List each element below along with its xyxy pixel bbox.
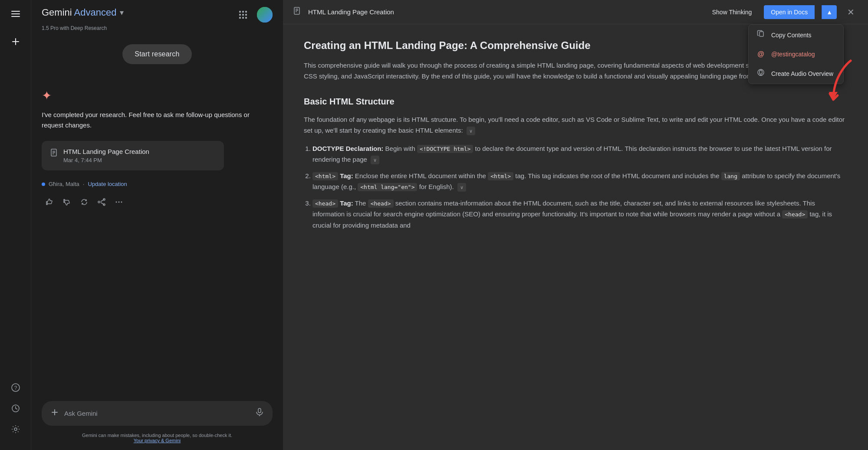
svg-rect-10: [242, 11, 244, 13]
chat-input-placeholder[interactable]: Ask Gemini: [64, 410, 250, 417]
research-card[interactable]: HTML Landing Page Creation Mar 4, 7:44 P…: [42, 141, 224, 170]
left-panel: Gemini Advanced ▾ 1.5 Pro with Deep Rese…: [31, 0, 283, 450]
card-doc-icon: [50, 149, 58, 159]
card-info: HTML Landing Page Creation Mar 4, 7:44 P…: [63, 148, 149, 163]
copy-contents-label: Copy Contents: [771, 32, 812, 39]
refresh-button[interactable]: [76, 194, 92, 210]
svg-rect-17: [245, 17, 247, 19]
thumbs-down-button[interactable]: [59, 194, 75, 210]
create-audio-overview-label: Create Audio Overview: [771, 70, 833, 77]
copy-icon: [756, 30, 766, 40]
list-item-3: <head> Tag: The <head> section contains …: [312, 198, 847, 231]
expand-inline-2[interactable]: ∨: [371, 156, 379, 164]
section1-body: The foundation of any webpage is its HTM…: [304, 114, 847, 136]
svg-point-8: [14, 428, 17, 430]
input-plus-icon[interactable]: [50, 408, 59, 419]
microphone-icon[interactable]: [255, 408, 264, 419]
svg-point-28: [121, 202, 122, 203]
svg-rect-33: [294, 7, 299, 14]
user-avatar[interactable]: [257, 7, 273, 23]
svg-rect-12: [239, 14, 241, 16]
google-apps-icon[interactable]: [236, 8, 250, 22]
chat-input-box[interactable]: Ask Gemini: [42, 401, 273, 426]
model-dropdown-icon[interactable]: ▾: [120, 8, 124, 17]
sidebar: ?: [0, 0, 31, 450]
svg-rect-16: [242, 17, 244, 19]
location-city: Għira, Malta: [49, 181, 79, 187]
location-row: Għira, Malta · Update location: [42, 181, 273, 187]
svg-point-25: [98, 201, 100, 203]
share-button[interactable]: [94, 194, 109, 210]
card-title: HTML Landing Page Creation: [63, 148, 149, 155]
svg-rect-13: [242, 14, 244, 16]
input-area: Ask Gemini: [31, 394, 283, 429]
advanced-label: Advanced: [74, 7, 117, 18]
top-right-icons: [236, 7, 273, 23]
dropdown-menu: Copy Contents @ @testingcatalog Create A…: [748, 24, 844, 84]
content-area: Creating an HTML Landing Page: A Compreh…: [283, 24, 868, 450]
svg-rect-15: [239, 17, 241, 19]
structure-list: DOCTYPE Declaration: Begin with <!DOCTYP…: [304, 143, 847, 231]
card-date: Mar 4, 7:44 PM: [63, 157, 149, 163]
section1-title: Basic HTML Structure: [304, 94, 847, 109]
svg-rect-30: [52, 412, 58, 413]
location-dot: [42, 183, 45, 186]
svg-rect-4: [12, 41, 19, 42]
right-topbar: HTML Landing Page Creation Show Thinking…: [283, 0, 868, 24]
history-icon-button[interactable]: [7, 400, 24, 417]
action-icons-row: [42, 194, 273, 210]
expand-inline-3[interactable]: ∨: [457, 183, 466, 192]
right-panel: HTML Landing Page Creation Show Thinking…: [283, 0, 868, 450]
open-in-docs-button[interactable]: Open in Docs: [764, 5, 815, 19]
svg-rect-9: [239, 11, 241, 13]
document-icon: [293, 7, 301, 17]
chat-content: ✦ I've completed your research. Feel fre…: [31, 82, 283, 394]
create-audio-overview-item[interactable]: Create Audio Overview: [749, 63, 843, 84]
testing-catalog-label: @testingcatalog: [771, 51, 815, 58]
sidebar-bottom: ?: [7, 379, 24, 445]
completion-message: I've completed your research. Feel free …: [42, 110, 273, 130]
close-panel-button[interactable]: ✕: [844, 5, 858, 19]
testing-catalog-item[interactable]: @ @testingcatalog: [749, 45, 843, 63]
svg-rect-11: [245, 11, 247, 13]
list-item-2: <html> Tag: Enclose the entire HTML docu…: [312, 170, 847, 192]
expand-inline-1[interactable]: ∨: [467, 127, 475, 135]
list-item-1: DOCTYPE Declaration: Begin with <!DOCTYP…: [312, 143, 847, 165]
document-title: HTML Landing Page Creation: [308, 8, 700, 16]
svg-rect-0: [11, 11, 20, 12]
svg-rect-31: [258, 408, 261, 413]
svg-rect-1: [11, 13, 20, 14]
svg-point-26: [116, 202, 117, 203]
copy-contents-item[interactable]: Copy Contents: [749, 25, 843, 45]
model-subtitle: 1.5 Pro with Deep Research: [31, 25, 283, 31]
show-thinking-button[interactable]: Show Thinking: [707, 6, 757, 18]
privacy-link[interactable]: Your privacy & Gemini: [134, 438, 181, 443]
menu-icon[interactable]: [7, 5, 24, 23]
audio-icon: [756, 68, 766, 78]
new-chat-button[interactable]: [7, 33, 24, 50]
update-location-link[interactable]: Update location: [88, 181, 127, 187]
expand-panel-button[interactable]: ▲: [822, 5, 837, 19]
svg-text:?: ?: [14, 385, 17, 391]
location-separator: ·: [83, 181, 85, 187]
svg-rect-37: [760, 32, 763, 36]
svg-point-18: [257, 7, 273, 23]
gemini-logo: Gemini Advanced: [42, 7, 116, 18]
svg-rect-2: [11, 16, 20, 17]
at-icon: @: [756, 50, 766, 58]
gemini-star-icon: ✦: [42, 88, 273, 103]
more-options-button[interactable]: [111, 194, 127, 210]
disclaimer-text: Gemini can make mistakes, including abou…: [72, 429, 243, 450]
start-research-button[interactable]: Start research: [122, 44, 191, 64]
svg-rect-14: [245, 14, 247, 16]
help-icon-button[interactable]: ?: [7, 379, 24, 396]
settings-icon-button[interactable]: [7, 421, 24, 438]
gemini-name: Gemini Advanced: [42, 7, 116, 18]
thumbs-up-button[interactable]: [42, 194, 57, 210]
svg-point-27: [118, 202, 120, 203]
